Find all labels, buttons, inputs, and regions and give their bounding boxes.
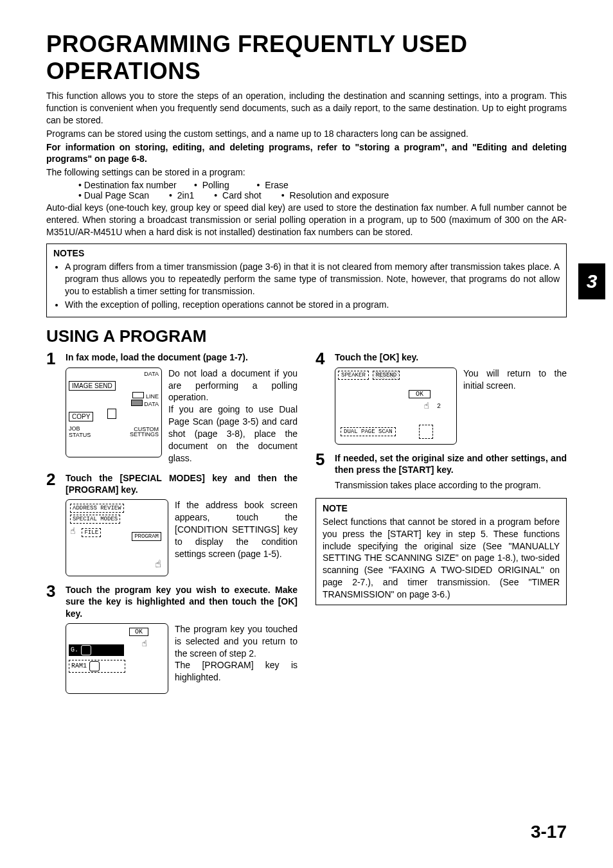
step-3-text: The program key you touched is selected … — [175, 623, 298, 684]
intro-p1: This function allows you to store the st… — [46, 90, 567, 127]
left-column: 1 In fax mode, load the document (page 1… — [46, 350, 298, 700]
il1-data: DATA — [144, 371, 159, 377]
up-arrow-icon — [419, 425, 433, 439]
il1-copy: COPY — [69, 412, 93, 421]
il1-job-status: JOB STATUS — [69, 425, 103, 438]
step-5-num: 5 — [315, 451, 330, 492]
step-1-illustration: DATA IMAGE SEND LINE DATA COPY JOB STATU… — [66, 368, 162, 457]
intro-p3: For information on storing, editing, and… — [46, 141, 567, 166]
phone-icon — [81, 645, 91, 655]
hand-icon: ☝ — [424, 400, 429, 411]
notes-bullet-1: A program differs from a timer transmiss… — [65, 261, 560, 297]
step-4-title: Touch the [OK] key. — [335, 351, 567, 363]
intro-block: This function allows you to store the st… — [46, 90, 567, 238]
settings-row-1: • Destination fax number • Polling • Era… — [78, 180, 567, 190]
page-title: PROGRAMMING FREQUENTLY USED OPERATIONS — [46, 31, 567, 85]
intro-p4: The following settings can be stored in … — [46, 166, 567, 179]
chapter-tab: 3 — [578, 263, 605, 299]
step-4-num: 4 — [315, 350, 330, 444]
il3-g: G. — [71, 646, 78, 653]
hand-icon: ☝ — [155, 558, 161, 571]
step-5-text: Transmission takes place according to th… — [335, 479, 567, 492]
step-2-text: If the address book screen appears, touc… — [175, 499, 298, 560]
il2-program: PROGRAM — [132, 532, 161, 541]
step-3-title: Touch the program key you wish to execut… — [66, 584, 298, 619]
settings-list: • Destination fax number • Polling • Era… — [78, 180, 567, 200]
il4-speaker: SPEAKER — [338, 371, 369, 380]
il2-special-modes: SPECIAL MODES — [70, 515, 120, 524]
page-number: 3-17 — [531, 822, 567, 842]
step-1-title: In fax mode, load the document (page 1-7… — [66, 351, 298, 363]
step-4: 4 Touch the [OK] key. SPEAKER RESEND OK … — [315, 350, 567, 444]
notes-title: NOTES — [53, 248, 560, 258]
step-2-illustration: ADDRESS REVIEW SPECIAL MODES ☝ FILE PROG… — [66, 499, 168, 576]
step-3-num: 3 — [46, 583, 60, 694]
settings-row-2: • Dual Page Scan • 2in1 • Card shot • Re… — [78, 190, 567, 200]
il1-line: LINE — [146, 393, 159, 400]
note-title: NOTE — [323, 502, 560, 515]
il4-dual-page-scan: DUAL PAGE SCAN — [341, 427, 396, 436]
step-3: 3 Touch the program key you wish to exec… — [46, 583, 298, 694]
note-box: NOTE Select functions that cannot be sto… — [315, 498, 567, 605]
step-1-num: 1 — [46, 350, 60, 464]
notes-bullet-2: With the exception of polling, reception… — [65, 299, 560, 311]
intro-p2: Programs can be stored using the custom … — [46, 128, 567, 140]
il2-file: FILE — [82, 528, 101, 537]
phone-icon — [89, 661, 100, 671]
right-column: 4 Touch the [OK] key. SPEAKER RESEND OK … — [315, 350, 567, 700]
section-title: USING A PROGRAM — [46, 326, 567, 346]
il2-address-review: ADDRESS REVIEW — [70, 504, 124, 513]
step-2: 2 Touch the [SPECIAL MODES] key and then… — [46, 471, 298, 576]
il4-resend: RESEND — [373, 371, 400, 380]
il4-two: 2 — [437, 403, 441, 410]
step-3-illustration: OK ☝ G. RAM1 — [66, 623, 168, 694]
step-1-text: Do not load a document if you are perfor… — [168, 368, 298, 465]
step-5-title: If needed, set the original size and oth… — [335, 452, 567, 475]
step-1: 1 In fax mode, load the document (page 1… — [46, 350, 298, 464]
il1-image-send: IMAGE SEND — [69, 381, 116, 391]
il1-data2: DATA — [144, 401, 159, 407]
step-2-num: 2 — [46, 471, 60, 576]
notes-box: NOTES A program differs from a timer tra… — [46, 244, 567, 318]
step-4-text: You will return to the initial screen. — [463, 368, 567, 392]
il4-ok: OK — [409, 390, 431, 398]
intro-p5: Auto-dial keys (one-touch key, group key… — [46, 202, 567, 238]
il1-custom: CUSTOM SETTINGS — [103, 427, 159, 437]
step-2-title: Touch the [SPECIAL MODES] key and then t… — [66, 472, 298, 495]
hand-icon: ☝ — [142, 638, 147, 649]
note-text: Select functions that cannot be stored i… — [323, 516, 560, 601]
page: 3 PROGRAMMING FREQUENTLY USED OPERATIONS… — [0, 0, 613, 868]
columns: 1 In fax mode, load the document (page 1… — [46, 350, 567, 700]
il3-ram1: RAM1 — [71, 662, 87, 669]
step-4-illustration: SPEAKER RESEND OK ☝ 2 DUAL PAGE SCAN — [335, 368, 457, 445]
il3-ok: OK — [129, 628, 148, 636]
step-5: 5 If needed, set the original size and o… — [315, 451, 567, 492]
